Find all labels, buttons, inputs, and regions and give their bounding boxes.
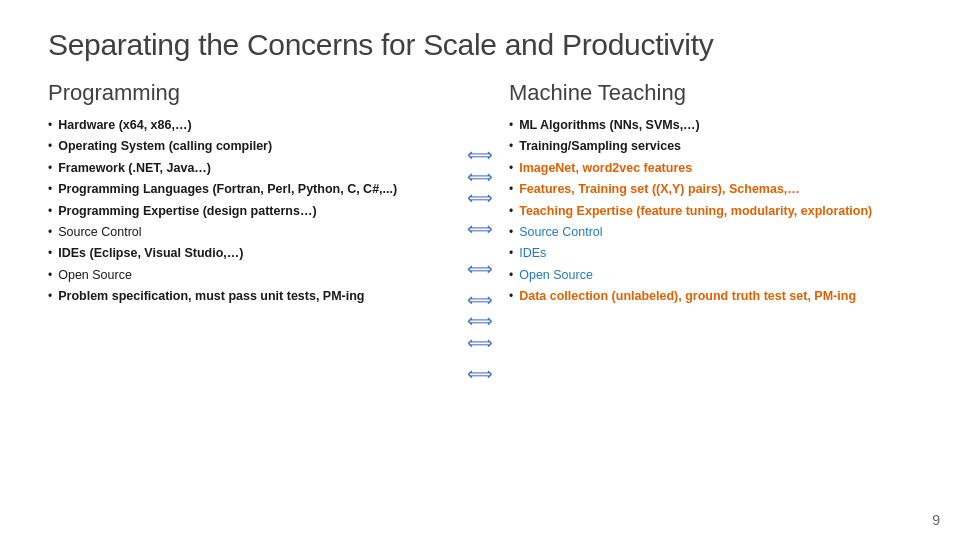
left-list-item: •Framework (.NET, Java…) — [48, 159, 451, 177]
right-list-item: •IDEs — [509, 244, 912, 262]
left-list-item: •Problem specification, must pass unit t… — [48, 287, 451, 305]
bullet-icon: • — [48, 288, 52, 305]
page-number: 9 — [932, 512, 940, 528]
left-list-item: •Hardware (x64, x86,…) — [48, 116, 451, 134]
arrows-column: ⟺⟺⟺⟺⟺⟺⟺⟺⟺ — [461, 80, 499, 395]
list-item-text: Data collection (unlabeled), ground trut… — [519, 287, 912, 305]
bullet-icon: • — [509, 267, 513, 284]
list-item-text: ML Algorithms (NNs, SVMs,…) — [519, 116, 912, 134]
columns: Programming •Hardware (x64, x86,…)•Opera… — [48, 80, 912, 395]
list-item-text: Open Source — [519, 266, 912, 284]
slide-title: Separating the Concerns for Scale and Pr… — [48, 28, 912, 62]
bullet-icon: • — [509, 224, 513, 241]
bullet-icon: • — [48, 245, 52, 262]
list-item-text: Framework (.NET, Java…) — [58, 159, 451, 177]
right-list-item: •ImageNet, word2vec features — [509, 159, 912, 177]
list-item-text: Operating System (calling compiler) — [58, 137, 451, 155]
list-item-text: Hardware (x64, x86,…) — [58, 116, 451, 134]
bullet-icon: • — [509, 160, 513, 177]
arrow-icon: ⟺ — [467, 146, 493, 165]
bullet-icon: • — [509, 288, 513, 305]
bullet-icon: • — [509, 203, 513, 220]
bullet-icon: • — [509, 245, 513, 262]
slide: Separating the Concerns for Scale and Pr… — [0, 0, 960, 540]
right-list-item: •Features, Training set ((X,Y) pairs), S… — [509, 180, 912, 198]
left-header: Programming — [48, 80, 451, 106]
bullet-icon: • — [48, 160, 52, 177]
bullet-icon: • — [48, 117, 52, 134]
left-list-item: •Programming Languages (Fortran, Perl, P… — [48, 180, 451, 198]
list-item-text: Source Control — [58, 223, 451, 241]
right-list-item: •Training/Sampling services — [509, 137, 912, 155]
list-item-text: Teaching Expertise (feature tuning, modu… — [519, 202, 912, 220]
bullet-icon: • — [48, 138, 52, 155]
arrow-icon: ⟺ — [467, 211, 493, 248]
bullet-icon: • — [48, 267, 52, 284]
right-column: Machine Teaching •ML Algorithms (NNs, SV… — [499, 80, 912, 395]
arrow-icon: ⟺ — [467, 355, 493, 392]
left-list-item: •Open Source — [48, 266, 451, 284]
right-list-item: •Source Control — [509, 223, 912, 241]
left-list-item: •Source Control — [48, 223, 451, 241]
bullet-icon: • — [48, 203, 52, 220]
bullet-icon: • — [48, 224, 52, 241]
list-item-text: IDEs (Eclipse, Visual Studio,…) — [58, 244, 451, 262]
arrow-icon: ⟺ — [467, 189, 493, 208]
right-list-item: •Data collection (unlabeled), ground tru… — [509, 287, 912, 305]
right-list-item: •Open Source — [509, 266, 912, 284]
list-item-text: Problem specification, must pass unit te… — [58, 287, 451, 305]
arrow-icon: ⟺ — [467, 334, 493, 353]
list-item-text: Open Source — [58, 266, 451, 284]
left-list-item: •IDEs (Eclipse, Visual Studio,…) — [48, 244, 451, 262]
arrow-icon: ⟺ — [467, 291, 493, 310]
list-item-text: Programming Expertise (design patterns…) — [58, 202, 451, 220]
left-list-item: •Operating System (calling compiler) — [48, 137, 451, 155]
right-header: Machine Teaching — [509, 80, 912, 106]
list-item-text: Training/Sampling services — [519, 137, 912, 155]
bullet-icon: • — [509, 181, 513, 198]
bullet-icon: • — [509, 138, 513, 155]
bullet-icon: • — [509, 117, 513, 134]
list-item-text: Features, Training set ((X,Y) pairs), Sc… — [519, 180, 912, 198]
right-list: •ML Algorithms (NNs, SVMs,…)•Training/Sa… — [509, 116, 912, 306]
list-item-text: Programming Languages (Fortran, Perl, Py… — [58, 180, 451, 198]
left-list: •Hardware (x64, x86,…)•Operating System … — [48, 116, 451, 306]
left-list-item: •Programming Expertise (design patterns…… — [48, 202, 451, 220]
arrow-icon: ⟺ — [467, 251, 493, 288]
right-list-item: •Teaching Expertise (feature tuning, mod… — [509, 202, 912, 220]
left-column: Programming •Hardware (x64, x86,…)•Opera… — [48, 80, 461, 395]
list-item-text: IDEs — [519, 244, 912, 262]
list-item-text: ImageNet, word2vec features — [519, 159, 912, 177]
right-list-item: •ML Algorithms (NNs, SVMs,…) — [509, 116, 912, 134]
list-item-text: Source Control — [519, 223, 912, 241]
bullet-icon: • — [48, 181, 52, 198]
arrow-icon: ⟺ — [467, 168, 493, 187]
arrow-icon: ⟺ — [467, 312, 493, 331]
